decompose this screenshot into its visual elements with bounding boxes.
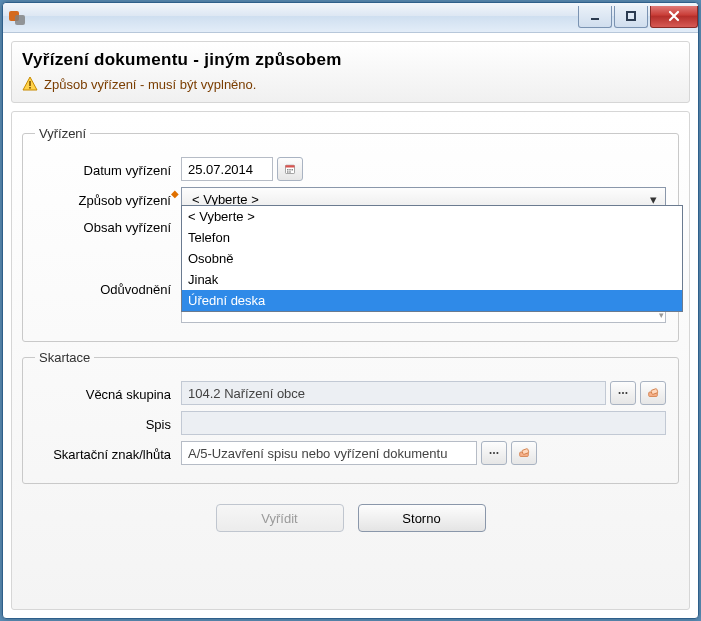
label-oduv: Odůvodnění — [35, 279, 181, 297]
svg-rect-0 — [591, 18, 599, 20]
svg-rect-6 — [287, 169, 289, 171]
date-input[interactable] — [181, 157, 273, 181]
fieldset-vyrizeni: Vyřízení Datum vyřízení Způsob vyřízení … — [22, 126, 679, 342]
titlebar — [3, 3, 698, 33]
maximize-button[interactable] — [614, 6, 648, 28]
close-button[interactable] — [650, 6, 698, 28]
minimize-icon — [589, 10, 601, 22]
svg-point-17 — [493, 452, 495, 454]
row-znak: Skartační znak/lhůta — [35, 441, 666, 465]
svg-point-12 — [622, 392, 624, 394]
label-spis: Spis — [35, 414, 181, 432]
close-icon — [667, 10, 681, 22]
fieldset-skartace: Skartace Věcná skupina 104.2 Nařízení ob… — [22, 350, 679, 484]
vecna-browse-button[interactable] — [610, 381, 636, 405]
svg-rect-2 — [29, 81, 31, 86]
znak-input[interactable] — [181, 441, 477, 465]
spis-display — [181, 411, 666, 435]
svg-rect-8 — [292, 169, 294, 171]
cancel-button[interactable]: Storno — [358, 504, 486, 532]
svg-rect-1 — [627, 12, 635, 20]
label-zpusob: Způsob vyřízení ◆ — [35, 190, 181, 208]
eraser-icon — [647, 386, 659, 400]
row-vecna: Věcná skupina 104.2 Nařízení obce — [35, 381, 666, 405]
znak-clear-button[interactable] — [511, 441, 537, 465]
content-area: Vyřízení Datum vyřízení Způsob vyřízení … — [11, 111, 690, 610]
svg-rect-9 — [287, 171, 289, 173]
legend-skartace: Skartace — [35, 350, 94, 365]
svg-point-11 — [619, 392, 621, 394]
warning-icon — [22, 76, 38, 92]
legend-vyrizeni: Vyřízení — [35, 126, 90, 141]
label-znak: Skartační znak/lhůta — [35, 444, 181, 462]
label-obsah: Obsah vyřízení — [35, 217, 181, 235]
app-icon — [9, 9, 27, 27]
ellipsis-icon — [617, 390, 629, 396]
row-spis: Spis — [35, 411, 666, 435]
svg-point-13 — [625, 392, 627, 394]
warning-text: Způsob vyřízení - musí být vyplněno. — [44, 77, 256, 92]
warning-row: Způsob vyřízení - musí být vyplněno. — [22, 76, 679, 92]
dropdown-option[interactable]: < Vyberte > — [182, 206, 682, 227]
dropdown-option[interactable]: Úřední deska — [182, 290, 682, 311]
label-vecna: Věcná skupina — [35, 384, 181, 402]
maximize-icon — [625, 10, 637, 22]
svg-rect-7 — [289, 169, 291, 171]
dropdown-option[interactable]: Osobně — [182, 248, 682, 269]
svg-rect-3 — [29, 87, 31, 89]
header-panel: Vyřízení dokumentu - jiným způsobem Způs… — [11, 41, 690, 103]
ellipsis-icon — [488, 450, 500, 456]
svg-rect-5 — [286, 165, 295, 167]
ok-button[interactable]: Vyřídit — [216, 504, 344, 532]
zpusob-dropdown-list[interactable]: < Vyberte >TelefonOsobněJinakÚřední desk… — [181, 205, 683, 312]
minimize-button[interactable] — [578, 6, 612, 28]
dropdown-option[interactable]: Jinak — [182, 269, 682, 290]
label-datum: Datum vyřízení — [35, 160, 181, 178]
calendar-icon — [284, 161, 296, 177]
znak-browse-button[interactable] — [481, 441, 507, 465]
window-buttons — [576, 6, 698, 28]
dropdown-option[interactable]: Telefon — [182, 227, 682, 248]
row-datum: Datum vyřízení — [35, 157, 666, 181]
label-zpusob-text: Způsob vyřízení — [79, 193, 172, 208]
svg-point-18 — [496, 452, 498, 454]
dialog-window: Vyřízení dokumentu - jiným způsobem Způs… — [2, 2, 699, 619]
required-marker-icon: ◆ — [171, 188, 179, 199]
svg-rect-10 — [289, 171, 291, 173]
vecna-clear-button[interactable] — [640, 381, 666, 405]
footer-buttons: Vyřídit Storno — [22, 492, 679, 546]
svg-point-16 — [490, 452, 492, 454]
calendar-button[interactable] — [277, 157, 303, 181]
vecna-display: 104.2 Nařízení obce — [181, 381, 606, 405]
eraser-icon — [518, 446, 530, 460]
dialog-title: Vyřízení dokumentu - jiným způsobem — [22, 50, 679, 70]
